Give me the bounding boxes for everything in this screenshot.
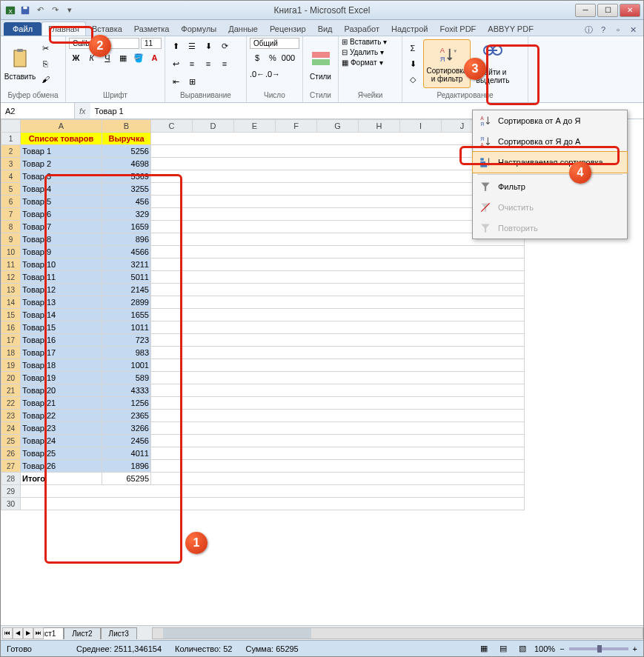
tab-home[interactable]: Главная xyxy=(42,21,86,36)
sort-filter-button[interactable]: АЯ Сортировка и фильтр xyxy=(423,39,471,88)
sheet-nav-last-icon[interactable]: ⏭ xyxy=(33,627,44,639)
horizontal-scrollbar[interactable] xyxy=(152,627,643,639)
help-icon[interactable]: ? xyxy=(597,24,609,36)
cells-delete-button[interactable]: ⊟Удалить ▾ xyxy=(342,48,399,56)
select-all-corner[interactable] xyxy=(1,120,21,133)
dec-decimal-icon[interactable]: .0→ xyxy=(265,67,280,81)
tab-insert[interactable]: Вставка xyxy=(86,22,128,36)
table-row[interactable]: 24Товар 233266 xyxy=(1,422,525,435)
save-icon[interactable] xyxy=(19,4,32,17)
fx-icon[interactable]: fx xyxy=(75,107,90,116)
paste-button[interactable]: Вставить xyxy=(4,39,36,88)
table-row[interactable]: 17Товар 16723 xyxy=(1,334,525,347)
sheet-nav-next-icon[interactable]: ▶ xyxy=(23,627,33,639)
table-row[interactable]: 22Товар 211256 xyxy=(1,397,525,410)
autosum-icon[interactable]: Σ xyxy=(405,41,420,56)
align-right-icon[interactable]: ≡ xyxy=(217,56,232,71)
table-row[interactable]: 27Товар 261896 xyxy=(1,460,525,473)
zoom-out-icon[interactable]: − xyxy=(560,644,564,653)
col-header-d[interactable]: D xyxy=(193,120,234,133)
table-row[interactable]: 2Товар 15256 xyxy=(1,145,525,158)
clear-icon[interactable]: ◇ xyxy=(405,72,420,87)
currency-icon[interactable]: $ xyxy=(250,50,265,65)
zoom-in-icon[interactable]: + xyxy=(633,644,637,653)
redo-icon[interactable]: ↷ xyxy=(48,4,62,17)
styles-button[interactable]: Стили xyxy=(306,39,335,88)
format-painter-icon[interactable]: 🖌 xyxy=(38,72,53,87)
minimize-button[interactable]: ─ xyxy=(575,4,596,17)
align-bottom-icon[interactable]: ⬇ xyxy=(201,39,216,53)
table-row[interactable]: 28 Итого 65295 xyxy=(1,473,525,485)
comma-icon[interactable]: 000 xyxy=(281,50,296,65)
close-button[interactable]: ✕ xyxy=(620,4,640,17)
cells-format-button[interactable]: ▦Формат ▾ xyxy=(342,59,399,67)
table-row[interactable]: 3Товар 24698 xyxy=(1,158,525,170)
view-normal-icon[interactable]: ▦ xyxy=(477,641,491,656)
align-middle-icon[interactable]: ☰ xyxy=(185,39,199,53)
doc-close-icon[interactable]: ✕ xyxy=(627,24,639,36)
orientation-icon[interactable]: ⟳ xyxy=(217,39,232,53)
table-row[interactable]: 14Товар 132899 xyxy=(1,296,525,309)
col-header-f[interactable]: F xyxy=(276,120,317,133)
table-row[interactable]: 25Товар 242456 xyxy=(1,435,525,447)
merge-icon[interactable]: ⊞ xyxy=(185,74,199,89)
table-row[interactable]: 18Товар 17983 xyxy=(1,347,525,359)
fill-icon[interactable]: ⬇ xyxy=(405,56,420,71)
font-color-icon[interactable]: A xyxy=(147,50,162,65)
indent-dec-icon[interactable]: ⇤ xyxy=(168,74,183,89)
table-row[interactable]: 23Товар 222365 xyxy=(1,410,525,422)
file-tab[interactable]: Файл xyxy=(4,22,42,36)
table-row[interactable]: 8Товар 71659 xyxy=(1,221,525,233)
table-row[interactable]: 26Товар 254011 xyxy=(1,447,525,460)
bold-icon[interactable]: Ж xyxy=(69,50,83,65)
tab-data[interactable]: Данные xyxy=(222,22,264,36)
table-row[interactable]: 30 xyxy=(1,498,525,510)
tab-abbyy[interactable]: ABBYY PDF xyxy=(482,22,540,36)
col-header-i[interactable]: I xyxy=(400,120,442,133)
tab-foxit[interactable]: Foxit PDF xyxy=(434,22,482,36)
sheet-tab-2[interactable]: Лист2 xyxy=(64,627,100,639)
font-size-select[interactable]: 11 xyxy=(141,38,162,49)
cut-icon[interactable]: ✂ xyxy=(38,41,53,56)
copy-icon[interactable]: ⎘ xyxy=(38,56,53,71)
sheet-tab-3[interactable]: Лист3 xyxy=(101,627,137,639)
col-header-h[interactable]: H xyxy=(359,120,400,133)
table-row[interactable]: 5Товар 43255 xyxy=(1,183,525,196)
col-header-b[interactable]: B xyxy=(102,120,151,133)
col-header-c[interactable]: C xyxy=(151,120,193,133)
table-row[interactable]: 20Товар 19589 xyxy=(1,372,525,384)
menu-filter[interactable]: Фильтр xyxy=(473,176,627,197)
menu-sort-az[interactable]: АЯ Сортировка от А до Я xyxy=(473,110,627,131)
tab-view[interactable]: Вид xyxy=(312,22,339,36)
align-top-icon[interactable]: ⬆ xyxy=(168,39,183,53)
spreadsheet-grid[interactable]: A B C D E F G H I J K 1 Список товаров В… xyxy=(1,119,525,510)
table-row[interactable]: 29 xyxy=(1,485,525,498)
view-layout-icon[interactable]: ▤ xyxy=(496,641,511,656)
table-row[interactable]: 11Товар 103211 xyxy=(1,259,525,271)
table-row[interactable]: 1 Список товаров Выручка xyxy=(1,133,525,145)
table-row[interactable]: 10Товар 94566 xyxy=(1,246,525,259)
table-row[interactable]: 19Товар 181001 xyxy=(1,359,525,372)
table-row[interactable]: 6Товар 5456 xyxy=(1,196,525,208)
sheet-nav-first-icon[interactable]: ⏮ xyxy=(2,627,13,639)
view-pagebreak-icon[interactable]: ▧ xyxy=(515,641,530,656)
col-header-e[interactable]: E xyxy=(234,120,276,133)
border-icon[interactable]: ▦ xyxy=(116,50,130,65)
minimize-ribbon-icon[interactable]: ⓘ xyxy=(582,24,594,36)
menu-sort-za[interactable]: ЯА Сортировка от Я до А xyxy=(473,131,627,152)
ribbon-min-icon[interactable]: ▫ xyxy=(612,24,624,36)
percent-icon[interactable]: % xyxy=(265,50,280,65)
sheet-nav-prev-icon[interactable]: ◀ xyxy=(13,627,23,639)
fill-color-icon[interactable]: 🪣 xyxy=(132,50,146,65)
tab-review[interactable]: Рецензир xyxy=(264,22,312,36)
tab-formulas[interactable]: Формулы xyxy=(175,22,222,36)
qat-more-icon[interactable]: ▾ xyxy=(63,4,76,17)
table-row[interactable]: 4Товар 35369 xyxy=(1,170,525,183)
table-row[interactable]: 7Товар 6329 xyxy=(1,208,525,221)
table-row[interactable]: 13Товар 122145 xyxy=(1,284,525,296)
align-left-icon[interactable]: ≡ xyxy=(185,56,199,71)
excel-icon[interactable]: X xyxy=(4,4,17,17)
table-row[interactable]: 21Товар 204333 xyxy=(1,384,525,397)
cells-insert-button[interactable]: ⊞Вставить ▾ xyxy=(342,38,399,46)
tab-developer[interactable]: Разработ xyxy=(339,22,385,36)
